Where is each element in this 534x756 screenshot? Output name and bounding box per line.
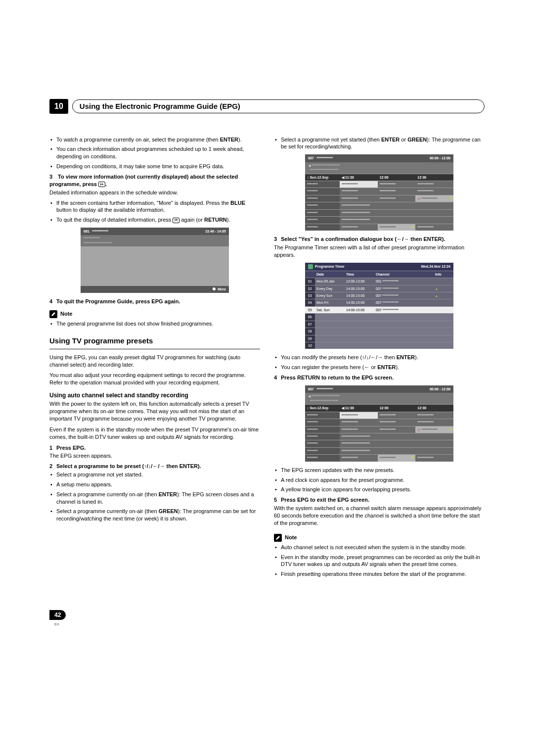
- step-3-after: Detailed information appears in the sche…: [49, 189, 260, 196]
- step-1-heading: 1Press EPG.: [49, 444, 260, 452]
- note-label-2: Note: [274, 534, 297, 542]
- note-label: Note: [49, 310, 72, 318]
- note2-bullet-2: Even in the standby mode, preset program…: [281, 554, 485, 568]
- chapter-title: Using the Electronic Programme Guide (EP…: [72, 99, 485, 113]
- timer-icon: [308, 264, 313, 269]
- below-bullets: The EPG screen updates with the new pres…: [274, 467, 485, 494]
- epg-grid-screenshot-1: 007 ************00:00 - 12:00 ◀ ********…: [305, 154, 453, 231]
- right-step-5-after: With the system switched on, a channel s…: [274, 505, 485, 527]
- intro-bullet-1: To watch a programme currently on air, s…: [56, 136, 260, 143]
- step-4-heading: 4To quit the Programme Guide, press EPG …: [49, 298, 260, 305]
- intro-bullet-2: You can check information about programm…: [56, 145, 260, 160]
- step-2-bullet-3: Select a programme currently on-air (the…: [56, 491, 260, 506]
- modify-bullet-1: You can modify the presets here (↑/↓/←/→…: [281, 354, 485, 361]
- modify-bullets: You can modify the presets here (↑/↓/←/→…: [274, 354, 485, 371]
- auto-p2: Even if the system is in the standby mod…: [49, 426, 260, 441]
- step-3-heading: 3 To view more information (not currentl…: [49, 173, 260, 188]
- pencil-icon: [274, 534, 282, 542]
- step-2-bullet-4: Select a programme currently on-air (the…: [56, 508, 260, 522]
- right-step-3-after: The Programme Timer screen with a list o…: [274, 244, 485, 259]
- info-plus-icon: [173, 218, 179, 223]
- step-2-bullets: Select a programme not yet started. A se…: [49, 471, 260, 522]
- presets-p1: Using the EPG, you can easily preset dig…: [49, 354, 260, 369]
- step-3-bullet-1: If the screen contains further informati…: [56, 199, 260, 214]
- step-3-bullets: If the screen contains further informati…: [49, 199, 260, 224]
- chapter-header: 10 Using the Electronic Programme Guide …: [49, 99, 485, 114]
- programme-timer-screenshot: Programme Timer Wed.24.Nov 12:24 DateTim…: [305, 263, 453, 349]
- step-2-heading: 2Select a programme to be preset (↑/↓/←/…: [49, 463, 260, 470]
- below-bullet-3: A yellow triangle icon appears for overl…: [281, 486, 485, 493]
- page-lang: En: [54, 622, 59, 626]
- note2-bullet-1: Auto channel select is not executed when…: [281, 544, 485, 551]
- pencil-icon: [49, 310, 57, 318]
- chapter-number: 10: [49, 99, 68, 114]
- left-column: To watch a programme currently on air, s…: [49, 136, 260, 580]
- epg-detail-screenshot: 001 ************ 13:40 - 14:05 *********…: [81, 228, 229, 293]
- below-bullet-2: A red clock icon appears for the preset …: [281, 476, 485, 484]
- step-3-bullet-2: To quit the display of detailed informat…: [56, 216, 260, 224]
- step-1-after: The EPG screen appears.: [49, 452, 260, 460]
- step-2-bullet-1: Select a programme not yet started.: [56, 471, 260, 478]
- note2-bullet-3: Finish presetting operations three minut…: [281, 570, 485, 578]
- below-bullet-1: The EPG screen updates with the new pres…: [281, 467, 485, 474]
- info-plus-icon: [98, 182, 105, 187]
- note-1: The general programme list does not show…: [56, 320, 260, 328]
- right-step-3-heading: 3Select "Yes" in a confirmation dialogue…: [274, 236, 485, 243]
- page-number: 42: [49, 610, 66, 620]
- step-2-bullet-2: A setup menu appears.: [56, 481, 260, 488]
- auto-p1: With the power to the system left on, th…: [49, 400, 260, 423]
- right-top-bullet: Select a programme not yet started (then…: [274, 136, 485, 151]
- note-bullets-2: Auto channel select is not executed when…: [274, 544, 485, 578]
- section-heading-presets: Using TV programme presets: [49, 336, 260, 346]
- modify-bullet-2: You can register the presets here (← or …: [281, 364, 485, 371]
- right-step-5-heading: 5Press EPG to exit the EPG screen.: [274, 496, 485, 504]
- page-footer: 42 En: [49, 610, 485, 627]
- epg-grid-screenshot-2: 007 ************00:00 - 12:00 ◀ ********…: [305, 385, 453, 462]
- right-column: Select a programme not yet started (then…: [274, 136, 485, 580]
- presets-p2: You must also adjust your recording equi…: [49, 372, 260, 386]
- right-step-4-heading: 4Press RETURN to return to the EPG scree…: [274, 374, 485, 381]
- intro-bullet-3: Depending on conditions, it may take som…: [56, 163, 260, 170]
- intro-bullets: To watch a programme currently on air, s…: [49, 136, 260, 170]
- sub-heading-auto: Using auto channel select and standby re…: [49, 391, 260, 399]
- right-top-bullet-1: Select a programme not yet started (then…: [281, 136, 485, 151]
- note-bullets-1: The general programme list does not show…: [49, 320, 260, 328]
